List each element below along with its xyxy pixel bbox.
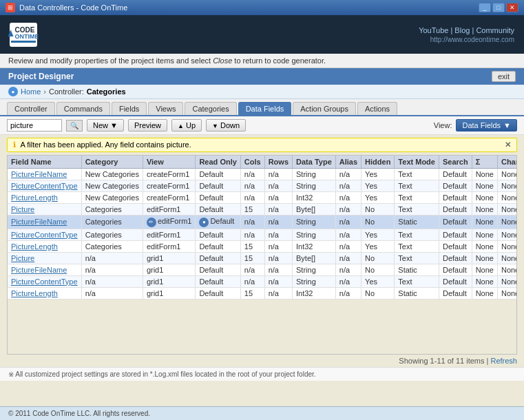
logo-icon: CODE ONTIME xyxy=(10,23,37,47)
minimize-button[interactable]: _ xyxy=(479,3,491,12)
logo: CODE ONTIME xyxy=(10,23,37,47)
table-row[interactable]: PictureFileNamen/agrid1Defaultn/an/aStri… xyxy=(8,264,517,275)
category-cell: n/a xyxy=(81,287,143,299)
cell-0: n/a xyxy=(240,216,264,229)
cell-1: n/a xyxy=(264,229,292,240)
view-cell: ✏editForm1 xyxy=(143,216,196,229)
field-name-cell[interactable]: Picture xyxy=(8,204,81,216)
cell-1: n/a xyxy=(264,216,292,229)
cell-7: None xyxy=(472,252,497,264)
cell-3: n/a xyxy=(335,192,361,204)
cell-8: None xyxy=(497,229,517,240)
field-name-cell[interactable]: PictureLength xyxy=(8,240,81,252)
search-button[interactable]: 🔍 xyxy=(66,120,83,132)
cell-3: n/a xyxy=(335,204,361,216)
view-cell: editForm1 xyxy=(143,204,196,216)
category-cell: n/a xyxy=(81,264,143,275)
table-row[interactable]: PictureLengthCategorieseditForm1Default1… xyxy=(8,240,517,252)
tab-controller[interactable]: Controller xyxy=(7,102,55,115)
cell-8: None xyxy=(497,252,517,264)
table-row[interactable]: PictureContentTypeCategorieseditForm1Def… xyxy=(8,229,517,240)
down-button[interactable]: Down xyxy=(206,119,246,132)
cell-7: None xyxy=(472,275,497,287)
col-search: Search xyxy=(439,156,472,169)
close-button[interactable]: ✕ xyxy=(506,3,518,12)
blog-link[interactable]: Blog xyxy=(454,26,470,34)
field-name-cell[interactable]: PictureLength xyxy=(8,287,81,299)
cell-1: n/a xyxy=(264,240,292,252)
down-label: Down xyxy=(220,121,240,129)
field-name-cell[interactable]: PictureContentType xyxy=(8,275,81,287)
maximize-button[interactable]: □ xyxy=(492,3,505,12)
view-select-button[interactable]: Data Fields ▼ xyxy=(456,119,517,132)
youtube-link[interactable]: YouTube xyxy=(419,26,448,34)
tab-commands[interactable]: Commands xyxy=(56,102,110,115)
up-button[interactable]: Up xyxy=(171,119,202,132)
cell-3: n/a xyxy=(335,180,361,192)
field-name-cell[interactable]: PictureContentType xyxy=(8,229,81,240)
tab-action-groups[interactable]: Action Groups xyxy=(293,102,356,115)
cell-0: n/a xyxy=(240,264,264,275)
category-cell: n/a xyxy=(81,275,143,287)
cell-0: n/a xyxy=(240,192,264,204)
preview-button[interactable]: Preview xyxy=(128,119,167,132)
col-data-type: Data Type xyxy=(293,156,336,169)
table-row[interactable]: PictureLengthn/agrid1Default15n/aInt32n/… xyxy=(8,287,517,299)
tab-categories[interactable]: Categories xyxy=(185,102,236,115)
tab-fields[interactable]: Fields xyxy=(112,102,147,115)
field-name-cell[interactable]: PictureFileName xyxy=(8,169,81,180)
col-sigma: Σ xyxy=(472,156,497,169)
refresh-link[interactable]: Refresh xyxy=(490,357,517,365)
filter-icon: ℹ xyxy=(13,140,16,149)
category-cell: New Categories xyxy=(81,192,143,204)
new-dropdown-icon: ▼ xyxy=(110,121,118,129)
category-cell: Categories xyxy=(81,240,143,252)
cell-2: String xyxy=(293,180,336,192)
cell-4: No xyxy=(361,287,395,299)
table-row[interactable]: PictureFileNameNew CategoriescreateForm1… xyxy=(8,169,517,180)
table-row[interactable]: Picturen/agrid1Default15n/aByte[]n/aNoTe… xyxy=(8,252,517,264)
toolbar: 🔍 New ▼ Preview Up Down View: Data Field… xyxy=(0,116,524,135)
tab-views[interactable]: Views xyxy=(148,102,183,115)
project-designer-label: Project Designer xyxy=(8,72,74,81)
tab-actions[interactable]: Actions xyxy=(357,102,397,115)
category-cell: n/a xyxy=(81,252,143,264)
community-link[interactable]: Community xyxy=(476,26,514,34)
field-name-cell[interactable]: PictureFileName xyxy=(8,264,81,275)
edit-icon[interactable]: ✏ xyxy=(147,218,156,227)
view-cell: createForm1 xyxy=(143,169,196,180)
cell-8: None xyxy=(497,240,517,252)
tab-data-fields[interactable]: Data Fields xyxy=(238,102,292,115)
cell-7: None xyxy=(472,229,497,240)
field-name-cell[interactable]: PictureFileName xyxy=(8,216,81,229)
search-input[interactable] xyxy=(7,119,62,132)
exit-button[interactable]: exit xyxy=(492,71,516,82)
home-icon: ● xyxy=(8,87,18,96)
breadcrumb-sep: › xyxy=(43,87,46,96)
cell-3: n/a xyxy=(335,229,361,240)
new-button[interactable]: New ▼ xyxy=(87,119,124,132)
field-name-cell[interactable]: Picture xyxy=(8,252,81,264)
cell-5: Static xyxy=(395,216,439,229)
cell-0: n/a xyxy=(240,275,264,287)
cell-7: None xyxy=(472,240,497,252)
cell-5: Text xyxy=(395,275,439,287)
cell-7: None xyxy=(472,180,497,192)
view-value: Data Fields xyxy=(462,121,501,129)
table-row[interactable]: PictureFileNameCategories✏editForm1●Defa… xyxy=(8,216,517,229)
cell-4: Yes xyxy=(361,169,395,180)
table-row[interactable]: PictureContentTypen/agrid1Defaultn/an/aS… xyxy=(8,275,517,287)
read-only-cell: Default xyxy=(196,264,240,275)
field-name-cell[interactable]: PictureLength xyxy=(8,192,81,204)
table-row[interactable]: PictureCategorieseditForm1Default15n/aBy… xyxy=(8,204,517,216)
table-row[interactable]: PictureLengthNew CategoriescreateForm1De… xyxy=(8,192,517,204)
table-row[interactable]: PictureContentTypeNew CategoriescreateFo… xyxy=(8,180,517,192)
field-name-cell[interactable]: PictureContentType xyxy=(8,180,81,192)
breadcrumb-home[interactable]: Home xyxy=(21,87,41,96)
col-hidden: Hidden xyxy=(361,156,395,169)
cell-5: Static xyxy=(395,287,439,299)
col-category: Category xyxy=(81,156,143,169)
cell-7: None xyxy=(472,216,497,229)
filter-close-button[interactable]: ✕ xyxy=(505,140,511,149)
default-icon: ● xyxy=(199,218,209,227)
